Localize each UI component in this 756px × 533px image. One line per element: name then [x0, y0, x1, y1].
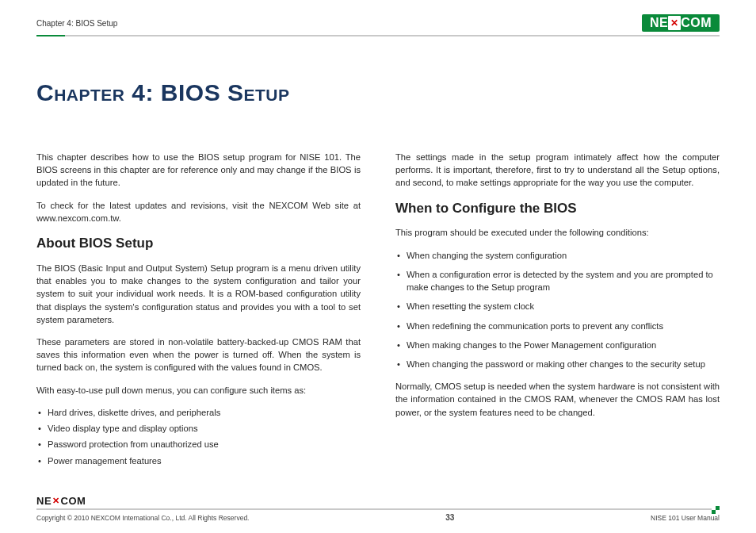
body-paragraph: These parameters are stored in non-volat…	[36, 336, 361, 374]
copyright-text: Copyright © 2010 NEXCOM International Co…	[36, 514, 249, 522]
footer-logo: NE✕COM	[36, 495, 720, 507]
footer-logo-left: NE	[36, 495, 52, 507]
nexcom-logo: NECOM	[642, 14, 720, 32]
body-paragraph: With easy-to-use pull down menus, you ca…	[36, 384, 361, 397]
body-paragraph: This program should be executed under th…	[395, 226, 720, 239]
footer-x-icon: ✕	[52, 496, 61, 506]
list-item: When resetting the system clock	[395, 300, 720, 313]
intro-paragraph: To check for the latest updates and revi…	[36, 199, 361, 224]
heading-about: About BIOS Setup	[36, 234, 361, 254]
left-column: This chapter describes how to use the BI…	[36, 151, 361, 477]
list-item: Password protection from unauthorized us…	[36, 438, 361, 451]
intro-paragraph: This chapter describes how to use the BI…	[36, 151, 361, 190]
chapter-label: Chapter 4: BIOS Setup	[36, 19, 117, 28]
body-paragraph: The BIOS (Basic Input and Output System)…	[36, 262, 361, 326]
body-paragraph: The settings made in the setup program i…	[395, 151, 720, 190]
header-rule	[36, 35, 720, 36]
content-columns: This chapter describes how to use the BI…	[36, 151, 720, 477]
logo-x-icon	[668, 16, 681, 30]
list-item: When changing the password or making oth…	[395, 358, 720, 370]
body-paragraph: Normally, CMOS setup is needed when the …	[395, 380, 720, 419]
footer-logo-right: COM	[61, 495, 86, 507]
list-item: Video display type and display options	[36, 422, 361, 435]
config-items-list: Hard drives, diskette drives, and periph…	[36, 406, 361, 467]
list-item: When making changes to the Power Managem…	[395, 339, 720, 351]
footer-rule	[36, 508, 720, 510]
page-title: Chapter 4: BIOS Setup	[36, 79, 720, 106]
right-column: The settings made in the setup program i…	[395, 151, 720, 477]
page-footer: NE✕COM Copyright © 2010 NEXCOM Internati…	[36, 495, 720, 522]
list-item: Hard drives, diskette drives, and periph…	[36, 406, 361, 419]
list-item: When a configuration error is detected b…	[395, 268, 720, 293]
list-item: When changing the system configuration	[395, 249, 720, 262]
list-item: When redefining the communication ports …	[395, 320, 720, 332]
page-number: 33	[445, 513, 454, 522]
logo-text-left: NE	[650, 16, 668, 30]
logo-text-right: COM	[681, 16, 712, 30]
conditions-list: When changing the system configuration W…	[395, 249, 720, 371]
list-item: Power management features	[36, 454, 361, 467]
heading-when: When to Configure the BIOS	[395, 199, 720, 219]
document-name: NISE 101 User Manual	[651, 514, 720, 522]
